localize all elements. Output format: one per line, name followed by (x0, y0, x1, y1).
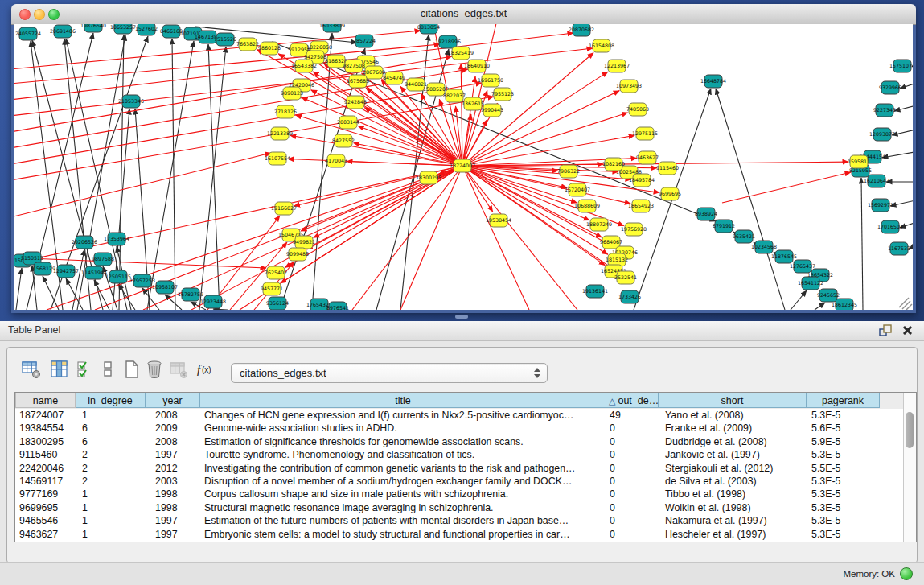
graph-node[interactable]: 9457771 (261, 282, 283, 295)
table-row[interactable]: 946554611997Estimation of the future num… (15, 514, 904, 527)
table-source-select[interactable]: citations_edges.txt (231, 363, 548, 383)
graph-node[interactable]: 9990443 (481, 104, 503, 117)
graph-node[interactable]: 7986322 (557, 165, 580, 178)
table-row[interactable]: 946362711997Embryonic stem cells: a mode… (15, 528, 904, 541)
column-header-name[interactable]: name (15, 393, 76, 408)
memory-status-indicator[interactable] (900, 567, 913, 580)
graph-node[interactable]: 20870682 (569, 24, 594, 36)
row-height-icon[interactable] (97, 359, 118, 380)
graph-node[interactable]: 9699695 (659, 187, 681, 200)
graph-node[interactable]: 11876545 (771, 250, 797, 263)
graph-node[interactable]: 1082160 (602, 158, 625, 171)
graph-node[interactable]: 12942757 (53, 265, 79, 278)
graph-node[interactable]: 9329966 (879, 81, 901, 94)
table-row[interactable]: 2242004622012Investigating the contribut… (15, 462, 904, 475)
network-window-titlebar[interactable]: citations_edges.txt (11, 4, 916, 25)
delete-column-icon[interactable] (144, 359, 165, 380)
graph-node[interactable]: 8454749 (383, 72, 405, 84)
graph-node[interactable]: 17016504 (877, 220, 903, 233)
select-rows-icon[interactable] (75, 359, 96, 380)
graph-node[interactable]: 1595811 (848, 155, 870, 168)
graph-node[interactable]: 19136141 (582, 285, 608, 298)
graph-node[interactable]: 18654923 (628, 200, 654, 212)
graph-node[interactable]: 1675685 (347, 75, 369, 88)
graph-node[interactable]: 7625402 (265, 266, 287, 279)
graph-node[interactable]: 2718126 (274, 105, 297, 118)
graph-node[interactable]: 9827508 (343, 60, 365, 72)
graph-node[interactable]: 18640910 (464, 60, 490, 72)
create-column-icon[interactable] (121, 359, 142, 380)
graph-node[interactable]: 10688609 (574, 200, 600, 212)
graph-node[interactable]: 7955123 (491, 88, 514, 101)
graph-node[interactable]: 7857224 (353, 35, 376, 47)
column-header-short[interactable]: short (659, 393, 807, 408)
graph-node[interactable]: 19166827 (271, 202, 297, 215)
graph-node[interactable]: 20691406 (50, 25, 76, 38)
table-row[interactable]: 1938455462009Genome-wide association stu… (15, 422, 904, 435)
graph-node[interactable]: 15692971 (868, 199, 893, 212)
graph-node[interactable]: 4170043 (325, 154, 347, 167)
graph-node[interactable]: 12923448 (200, 295, 226, 308)
graph-node[interactable]: 24055724 (15, 27, 41, 40)
graph-node[interactable]: 8466160 (160, 25, 183, 38)
table-settings-icon[interactable] (21, 359, 42, 380)
graph-node[interactable]: 17353964 (104, 233, 129, 245)
graph-node[interactable]: 15751074 (889, 60, 913, 72)
graph-node[interactable]: 8976541 (326, 302, 349, 310)
close-panel-icon[interactable] (901, 324, 913, 336)
scrollbar-thumb[interactable] (906, 412, 914, 448)
graph-node[interactable]: 9890123 (281, 87, 303, 100)
graph-node[interactable]: 7663822 (236, 38, 259, 51)
citation-network-graph[interactable]: 2405572420691406198765401065325715276028… (14, 24, 913, 310)
function-builder-icon[interactable]: f (x) (195, 359, 216, 380)
graph-node[interactable]: 7485063 (626, 103, 649, 116)
graph-node[interactable]: 2522541 (614, 271, 637, 284)
graph-node[interactable]: 12213967 (604, 60, 630, 72)
graph-node[interactable]: 7515526 (214, 33, 236, 46)
show-column-icon[interactable] (49, 359, 70, 380)
graph-node[interactable]: 8427552 (332, 134, 355, 147)
graph-node[interactable]: 12213389 (267, 127, 293, 140)
graph-node[interactable]: 1527602 (135, 24, 158, 35)
graph-node[interactable]: 2803144 (337, 116, 359, 129)
graph-node[interactable]: 1733426 (618, 290, 641, 303)
graph-node[interactable]: 9860128 (258, 42, 281, 55)
graph-node[interactable]: 9115460 (656, 162, 679, 175)
graph-node[interactable]: 8938924 (695, 208, 717, 220)
float-panel-icon[interactable] (879, 324, 892, 337)
column-header-pagerank[interactable]: pagerank (807, 393, 880, 408)
graph-node[interactable]: 9356124 (266, 297, 289, 310)
graph-node[interactable]: 8813054 (417, 24, 440, 34)
graph-node[interactable]: 6791912 (713, 220, 735, 233)
graph-node[interactable]: 19756928 (621, 223, 647, 236)
network-canvas[interactable]: 2405572420691406198765401065325715276028… (14, 24, 913, 310)
column-header-title[interactable]: title (200, 393, 606, 408)
table-row[interactable]: 1456911722003Disruption of a novel membe… (15, 475, 904, 488)
vertical-scrollbar[interactable] (903, 393, 916, 542)
graph-node[interactable]: 16154808 (589, 39, 614, 52)
table-row[interactable]: 911546021997Tourette syndrome. Phenomeno… (15, 448, 904, 461)
graph-node[interactable]: 9897588 (92, 253, 114, 266)
graph-node[interactable]: 12975115 (632, 127, 658, 140)
column-header-year[interactable]: year (146, 393, 200, 408)
graph-node[interactable]: 9499821 (293, 236, 315, 249)
table-row[interactable]: 1830029562008Estimation of significance … (15, 435, 904, 448)
graph-node[interactable]: 9635421 (733, 230, 755, 243)
graph-node[interactable]: 9099485 (286, 248, 309, 261)
graph-node[interactable]: 12505115 (105, 270, 131, 283)
graph-node[interactable]: 10958107 (152, 281, 178, 294)
column-header-out_degree[interactable]: △out_de… (606, 393, 659, 408)
graph-node[interactable]: 19876540 (80, 24, 106, 32)
graph-node[interactable]: 9463627 (636, 151, 659, 164)
column-header-in_degree[interactable]: in_degree (76, 393, 146, 408)
delete-table-icon[interactable] (168, 359, 189, 380)
graph-node[interactable]: 16033809 (319, 24, 345, 32)
graph-node[interactable]: 15720407 (565, 183, 590, 196)
table-row[interactable]: 977716911998Corpus callosum shape and si… (15, 488, 904, 501)
table-row[interactable]: 969969511998Structural magnetic resonanc… (15, 501, 904, 514)
graph-node[interactable]: 9227343 (873, 104, 896, 117)
graph-node[interactable]: 1167533 (888, 242, 910, 255)
graph-node[interactable]: 20206526 (72, 236, 97, 249)
table-row[interactable]: 1872400712008Changes of HCN gene express… (15, 409, 904, 422)
graph-node[interactable]: 10653257 (110, 24, 136, 34)
